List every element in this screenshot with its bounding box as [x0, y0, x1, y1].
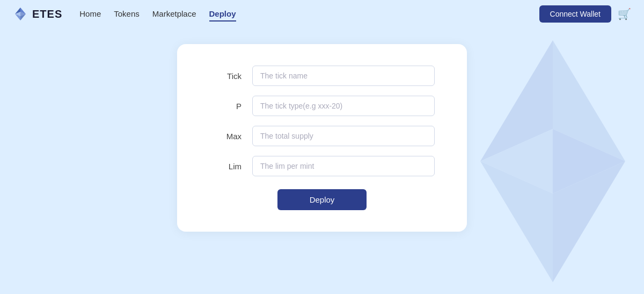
tick-row: Tick: [209, 66, 435, 86]
deploy-button[interactable]: Deploy: [277, 189, 367, 210]
nav-link-marketplace[interactable]: Marketplace: [152, 7, 196, 21]
p-label: P: [209, 102, 241, 111]
nav-links: Home Tokens Marketplace Deploy: [79, 7, 539, 21]
tick-input[interactable]: [252, 66, 435, 86]
max-row: Max: [209, 126, 435, 146]
logo[interactable]: ETES: [13, 6, 62, 21]
nav-actions: Connect Wallet 🛒: [539, 5, 631, 23]
nav-link-deploy[interactable]: Deploy: [209, 7, 236, 21]
lim-label: Lim: [209, 162, 241, 171]
navbar: ETES Home Tokens Marketplace Deploy Conn…: [0, 0, 644, 28]
nav-link-tokens[interactable]: Tokens: [114, 7, 140, 21]
main-content: Tick P Max Lim Deploy: [0, 28, 644, 232]
form-card: Tick P Max Lim Deploy: [177, 44, 467, 232]
connect-wallet-button[interactable]: Connect Wallet: [539, 5, 611, 23]
deploy-btn-row: Deploy: [209, 189, 435, 210]
p-row: P: [209, 96, 435, 116]
logo-text: ETES: [32, 8, 62, 20]
cart-icon[interactable]: 🛒: [618, 8, 631, 20]
max-label: Max: [209, 132, 241, 141]
tick-label: Tick: [209, 71, 241, 81]
lim-input[interactable]: [252, 156, 435, 176]
max-input[interactable]: [252, 126, 435, 146]
logo-icon: [13, 6, 28, 21]
lim-row: Lim: [209, 156, 435, 176]
nav-link-home[interactable]: Home: [79, 7, 101, 21]
p-input[interactable]: [252, 96, 435, 116]
